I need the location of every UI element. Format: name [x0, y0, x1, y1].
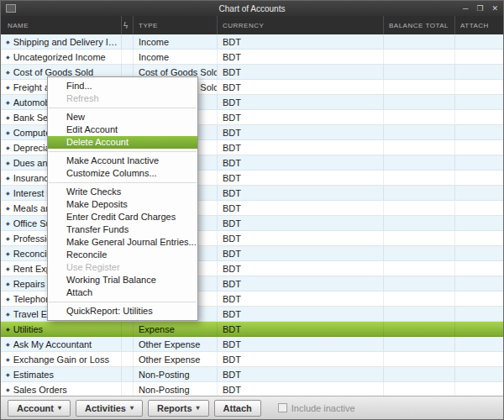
account-name-cell: ◆Ask My Accountant [1, 337, 121, 351]
menu-separator [49, 108, 197, 108]
table-row[interactable]: ◆UtilitiesExpenseBDT [1, 322, 503, 337]
window-icon [6, 4, 16, 13]
menu-item[interactable]: Make Account Inactive [48, 155, 197, 167]
account-balance-cell [383, 171, 454, 185]
menu-item[interactable]: Make Deposits [48, 198, 197, 211]
account-currency-cell: BDT [217, 291, 383, 306]
account-currency-cell: BDT [217, 171, 383, 185]
flash-cell [121, 367, 133, 381]
account-balance-cell [383, 155, 454, 170]
account-name-cell: ◆Shipping and Delivery Income [1, 34, 121, 49]
menu-item[interactable]: Enter Credit Card Charges [48, 211, 197, 223]
flash-cell [121, 337, 133, 351]
menu-item[interactable]: Edit Account [48, 123, 197, 136]
table-row[interactable]: ◆Ask My AccountantOther ExpenseBDT [1, 337, 503, 352]
account-currency-cell: BDT [217, 34, 383, 49]
account-attach-cell [454, 261, 503, 276]
diamond-icon: ◆ [6, 281, 10, 286]
menu-separator [49, 182, 197, 183]
account-balance-cell [383, 291, 454, 306]
account-balance-cell [383, 140, 454, 155]
account-name-cell: ◆Utilities [1, 322, 121, 336]
account-currency-cell: BDT [217, 186, 383, 200]
diamond-icon: ◆ [6, 114, 10, 120]
menu-item[interactable]: Customize Columns... [48, 167, 197, 180]
account-attach-cell [454, 322, 503, 336]
flash-cell [121, 382, 133, 396]
flash-cell [121, 50, 133, 64]
account-attach-cell [454, 186, 503, 200]
account-type-cell: Expense [133, 322, 217, 336]
column-header-balance[interactable]: BALANCE TOTAL [383, 16, 454, 34]
account-attach-cell [454, 140, 503, 155]
account-currency-cell: BDT [217, 382, 383, 396]
button-label: Activities [85, 403, 126, 413]
menu-item[interactable]: Reconcile [48, 249, 197, 261]
account-currency-cell: BDT [217, 80, 383, 94]
menu-item[interactable]: Find... [48, 80, 197, 92]
menu-item[interactable]: Working Trial Balance [48, 274, 197, 286]
menu-item[interactable]: Transfer Funds [48, 223, 197, 236]
menu-item[interactable]: Make General Journal Entries... [48, 236, 197, 249]
column-header-flash[interactable]: ϟ [121, 16, 133, 34]
account-type-cell: Other Expense [133, 337, 217, 351]
diamond-icon: ◆ [6, 326, 10, 332]
table-row[interactable]: ◆EstimatesNon-PostingBDT [1, 367, 503, 382]
attach-button[interactable]: Attach [214, 400, 261, 417]
table-row[interactable]: ◆Shipping and Delivery IncomeIncomeBDT [1, 34, 503, 50]
bottom-toolbar: Account▾Activities▾Reports▾Attach Includ… [1, 396, 503, 419]
activities-button[interactable]: Activities▾ [76, 400, 143, 417]
account-attach-cell [454, 367, 503, 381]
account-currency-cell: BDT [217, 95, 383, 109]
account-balance-cell [383, 382, 454, 396]
account-button[interactable]: Account▾ [8, 400, 71, 417]
button-label: Account [17, 403, 54, 413]
window-controls: ─ ❐ ✕ [463, 4, 498, 13]
chart-of-accounts-window: Chart of Accounts ─ ❐ ✕ NAME ϟ TYPE CURR… [0, 0, 504, 420]
account-currency-cell: BDT [217, 140, 383, 155]
account-attach-cell [454, 34, 503, 49]
close-button[interactable]: ✕ [491, 4, 498, 13]
menu-item[interactable]: Delete Account [48, 136, 197, 149]
diamond-icon: ◆ [6, 311, 10, 317]
column-header-name[interactable]: NAME [1, 16, 121, 34]
diamond-icon: ◆ [6, 235, 10, 241]
dropdown-arrow-icon: ▾ [58, 404, 61, 412]
account-currency-cell: BDT [217, 125, 383, 139]
account-balance-cell [383, 65, 454, 79]
menu-item[interactable]: Attach [48, 286, 197, 299]
account-attach-cell [454, 155, 503, 170]
diamond-icon: ◆ [6, 386, 10, 392]
account-attach-cell [454, 80, 503, 94]
account-name-cell: ◆Exchange Gain or Loss [1, 352, 121, 366]
minimize-button[interactable]: ─ [463, 4, 468, 13]
account-currency-cell: BDT [217, 352, 383, 366]
reports-button[interactable]: Reports▾ [148, 400, 209, 417]
menu-item[interactable]: QuickReport: Utilities [48, 305, 197, 318]
diamond-icon: ◆ [6, 341, 10, 347]
account-balance-cell [383, 50, 454, 64]
context-menu: Find...RefreshNewEdit AccountDelete Acco… [47, 76, 198, 321]
column-header-currency[interactable]: CURRENCY [217, 16, 383, 34]
account-attach-cell [454, 352, 503, 366]
column-header-type[interactable]: TYPE [133, 16, 217, 34]
account-type-cell: Income [133, 34, 217, 49]
table-row[interactable]: ◆Exchange Gain or LossOther ExpenseBDT [1, 352, 503, 367]
button-label: Attach [223, 403, 252, 413]
table-row[interactable]: ◆Uncategorized IncomeIncomeBDT [1, 50, 503, 65]
account-currency-cell: BDT [217, 337, 383, 351]
column-header-attach[interactable]: ATTACH [454, 16, 503, 34]
menu-item[interactable]: Write Checks [48, 186, 197, 198]
account-name: Exchange Gain or Loss [13, 354, 121, 365]
account-balance-cell [383, 276, 454, 291]
diamond-icon: ◆ [6, 99, 10, 105]
account-balance-cell [383, 95, 454, 109]
menu-item[interactable]: New [48, 111, 197, 123]
diamond-icon: ◆ [6, 129, 10, 135]
account-attach-cell [454, 50, 503, 64]
account-balance-cell [383, 246, 454, 260]
restore-button[interactable]: ❐ [476, 4, 483, 13]
include-inactive-checkbox[interactable] [278, 403, 287, 412]
account-balance-cell [383, 337, 454, 351]
diamond-icon: ◆ [6, 190, 10, 196]
